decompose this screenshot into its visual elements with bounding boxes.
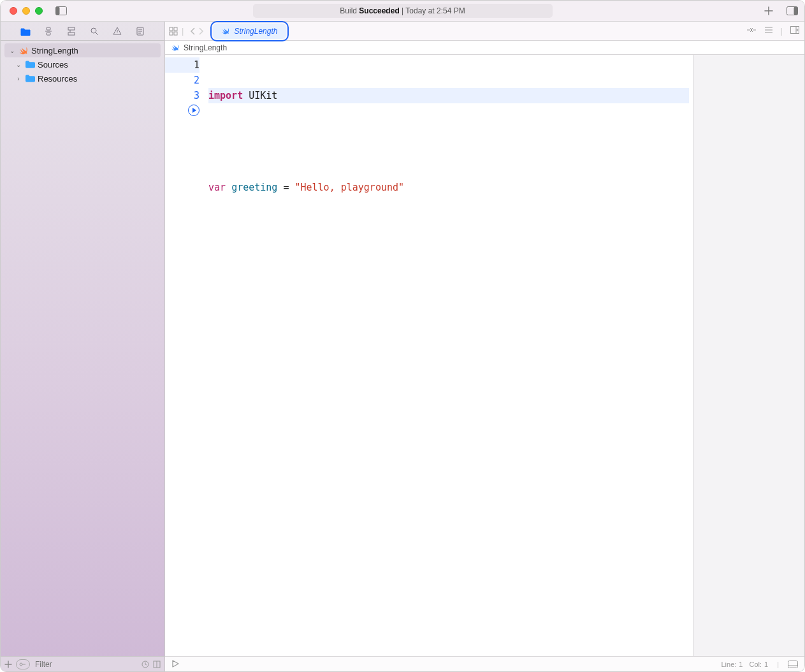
svg-rect-15: [170, 32, 173, 35]
navigator-tabs: [1, 22, 164, 41]
add-button[interactable]: [4, 661, 12, 668]
token-keyword: import: [208, 90, 243, 101]
token-string: "Hello, playground": [294, 182, 404, 193]
symbol-navigator-tab[interactable]: [64, 24, 78, 38]
tree-item-sources[interactable]: ⌄ Sources: [1, 57, 164, 71]
svg-rect-14: [174, 27, 177, 31]
project-tree[interactable]: ⌄ StringLength ⌄ Sources › Resources: [1, 41, 164, 656]
adjust-editor-options-icon[interactable]: [764, 26, 773, 36]
find-navigator-tab[interactable]: [87, 24, 101, 38]
token-space: [243, 90, 249, 101]
editor-tab-label: StringLength: [234, 27, 277, 36]
svg-rect-16: [174, 32, 177, 35]
editor-tab-active[interactable]: StringLength: [213, 24, 286, 39]
code-review-icon[interactable]: [746, 26, 757, 36]
execute-playground-button[interactable]: [171, 660, 180, 669]
svg-rect-13: [170, 27, 173, 31]
token-identifier: UIKit: [249, 90, 277, 101]
code-line[interactable]: [208, 134, 689, 149]
folder-icon: [25, 59, 35, 69]
editor-panel: | StringLength |: [165, 22, 804, 671]
debug-bar: Line: 1 Col: 1 |: [165, 656, 804, 671]
line-number[interactable]: 2: [165, 73, 199, 88]
svg-rect-7: [68, 33, 75, 35]
token-keyword: var: [208, 182, 226, 193]
titlebar: Build Succeeded | Today at 2:54 PM: [1, 1, 804, 22]
svg-rect-3: [794, 7, 798, 15]
tree-item-resources[interactable]: › Resources: [1, 71, 164, 85]
playground-results-sidebar[interactable]: [693, 55, 804, 656]
scm-filter-icon[interactable]: [16, 659, 30, 669]
disclosure-open-icon[interactable]: ⌄: [15, 61, 22, 68]
run-playground-line-button[interactable]: [188, 105, 199, 116]
svg-rect-1: [56, 7, 60, 15]
related-items-icon[interactable]: [169, 27, 178, 36]
swift-playground-icon: [18, 45, 29, 55]
source-control-navigator-tab[interactable]: [41, 24, 55, 38]
activity-viewer[interactable]: Build Succeeded | Today at 2:54 PM: [253, 4, 553, 18]
source-editor[interactable]: 1 2 3 import UIKit var greeting = "Hello…: [165, 55, 693, 656]
jump-bar[interactable]: StringLength: [165, 41, 804, 55]
nav-forward-icon[interactable]: [198, 27, 204, 35]
folder-icon: [25, 73, 35, 84]
nav-back-icon[interactable]: [190, 27, 196, 35]
cursor-line-label: Line:: [721, 661, 736, 668]
code-line[interactable]: import UIKit: [208, 88, 689, 103]
add-button[interactable]: [764, 6, 774, 16]
svg-rect-5: [47, 33, 50, 35]
tree-item-label: Sources: [38, 60, 68, 69]
toggle-debug-area-icon[interactable]: [788, 661, 798, 668]
editor-tabbar: | StringLength |: [165, 22, 804, 41]
project-navigator-tab[interactable]: [18, 24, 33, 38]
filter-input[interactable]: [34, 659, 138, 669]
navigator-sidebar: ⌄ StringLength ⌄ Sources › Resources: [1, 22, 165, 671]
tree-item-label: Resources: [38, 74, 77, 84]
toggle-navigator-icon[interactable]: [55, 6, 67, 15]
add-editor-icon[interactable]: [790, 26, 799, 36]
cursor-col-value: 1: [764, 661, 768, 668]
token-space: [226, 182, 231, 193]
svg-rect-4: [47, 27, 50, 30]
disclosure-open-icon[interactable]: ⌄: [8, 47, 16, 54]
tree-item-label: StringLength: [31, 46, 78, 55]
recent-filter-icon[interactable]: [141, 661, 149, 668]
zoom-window-button[interactable]: [35, 7, 43, 15]
close-window-button[interactable]: [10, 7, 17, 15]
breadcrumb-item[interactable]: StringLength: [184, 43, 227, 52]
navigator-filter-bar: [1, 656, 164, 671]
token-declaration: greeting: [231, 182, 277, 193]
svg-point-10: [20, 663, 22, 666]
cursor-col-label: Col:: [749, 661, 762, 668]
svg-rect-6: [68, 27, 75, 30]
build-time: Today at 2:54 PM: [405, 6, 465, 15]
line-number-gutter[interactable]: 1 2 3: [165, 55, 207, 656]
report-navigator-tab[interactable]: [133, 24, 147, 38]
disclosure-closed-icon[interactable]: ›: [15, 75, 22, 82]
swift-file-icon: [171, 43, 180, 52]
build-label: Build: [340, 6, 357, 15]
toggle-inspectors-icon[interactable]: [787, 6, 798, 15]
window-controls: [10, 7, 43, 15]
line-number[interactable]: 3: [165, 88, 199, 103]
cursor-line-value: 1: [739, 661, 743, 668]
tree-item-root[interactable]: ⌄ StringLength: [4, 43, 161, 57]
issue-navigator-tab[interactable]: [110, 24, 124, 38]
build-status: Succeeded: [359, 6, 399, 15]
swift-file-icon: [222, 27, 230, 35]
svg-point-8: [91, 28, 96, 33]
minimize-window-button[interactable]: [22, 7, 30, 15]
line-number[interactable]: 1: [165, 57, 199, 73]
svg-rect-18: [788, 661, 798, 668]
code-line[interactable]: var greeting = "Hello, playground": [208, 180, 689, 195]
source-filter-icon[interactable]: [153, 661, 161, 668]
